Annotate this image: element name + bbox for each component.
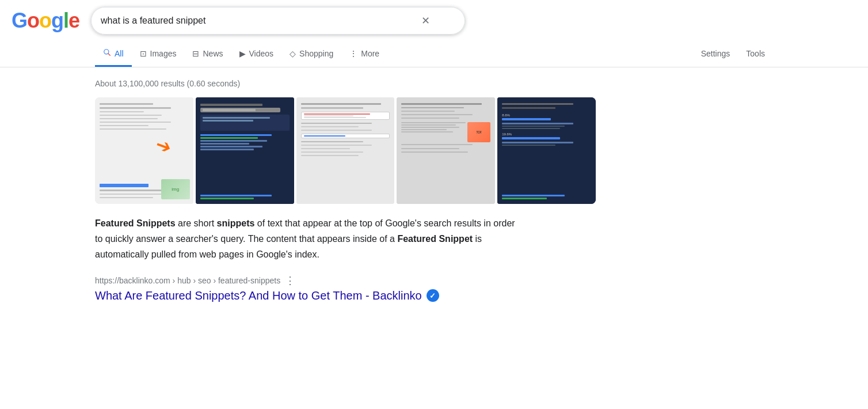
nav-right-group: Settings Tools	[693, 42, 773, 67]
search-input[interactable]: what is a featured snippet	[101, 16, 413, 26]
image-thumb-1[interactable]: ➔ img	[95, 97, 193, 204]
nav-images-label: Images	[150, 49, 177, 58]
nav-more[interactable]: ⋮ More	[341, 42, 387, 67]
images-icon: ⊡	[140, 49, 147, 58]
image-strip[interactable]: ➔ img	[95, 97, 596, 204]
result-title-text: What Are Featured Snippets? And How to G…	[95, 289, 422, 302]
news-icon: ⊟	[192, 49, 199, 58]
nav-shopping-label: Shopping	[299, 49, 333, 58]
nav-images[interactable]: ⊡ Images	[132, 42, 185, 67]
svg-line-5	[108, 54, 110, 55]
nav-videos-label: Videos	[249, 49, 274, 58]
google-logo[interactable]: Google	[12, 9, 79, 33]
mic-button[interactable]	[439, 18, 444, 23]
result-count: About 13,100,000 results (0.60 seconds)	[95, 79, 596, 88]
nav-news[interactable]: ⊟ News	[184, 42, 231, 67]
nav-more-label: More	[361, 49, 379, 58]
shopping-icon: ◇	[290, 49, 296, 58]
clear-button[interactable]	[419, 12, 432, 29]
search-bar: what is a featured snippet	[91, 7, 465, 35]
search-submit-button[interactable]	[451, 18, 455, 23]
nav-news-label: News	[203, 49, 223, 58]
snippet-bold-3: Featured Snippet	[397, 234, 473, 244]
search-icons	[419, 12, 455, 29]
snippet-bold-2: snippets	[217, 218, 255, 228]
header: Google what is a featured snippet	[0, 0, 868, 41]
search-nav: All ⊡ Images ⊟ News ▶ Videos ◇ Shopping …	[0, 41, 868, 67]
image-thumb-4[interactable]: 🍽	[397, 97, 495, 204]
results-area: About 13,100,000 results (0.60 seconds) …	[0, 67, 691, 308]
nav-videos[interactable]: ▶ Videos	[231, 42, 282, 67]
image-thumb-3[interactable]	[296, 97, 395, 204]
nav-settings[interactable]: Settings	[693, 42, 738, 67]
result-options-button[interactable]: ⋮	[285, 274, 295, 287]
image-thumb-2[interactable]	[196, 97, 294, 204]
result-url-text: https://backlinko.com › hub › seo › feat…	[95, 276, 280, 285]
nav-all-label: All	[115, 49, 124, 58]
videos-icon: ▶	[239, 49, 246, 58]
result-url: https://backlinko.com › hub › seo › feat…	[95, 274, 596, 287]
result-title-link[interactable]: What Are Featured Snippets? And How to G…	[95, 289, 596, 302]
nav-shopping[interactable]: ◇ Shopping	[281, 42, 341, 67]
search-nav-icon	[103, 48, 111, 58]
nav-all[interactable]: All	[95, 41, 132, 67]
image-thumb-5[interactable]: 8.6% 19.6%	[497, 97, 596, 204]
verified-badge: ✓	[427, 289, 439, 302]
more-dots-icon: ⋮	[349, 49, 357, 58]
nav-settings-label: Settings	[701, 49, 730, 58]
nav-tools[interactable]: Tools	[738, 42, 773, 67]
nav-tools-label: Tools	[746, 49, 765, 58]
featured-snippet-text: Featured Snippets are short snippets of …	[95, 215, 515, 263]
snippet-bold-1: Featured Snippets	[95, 218, 176, 228]
